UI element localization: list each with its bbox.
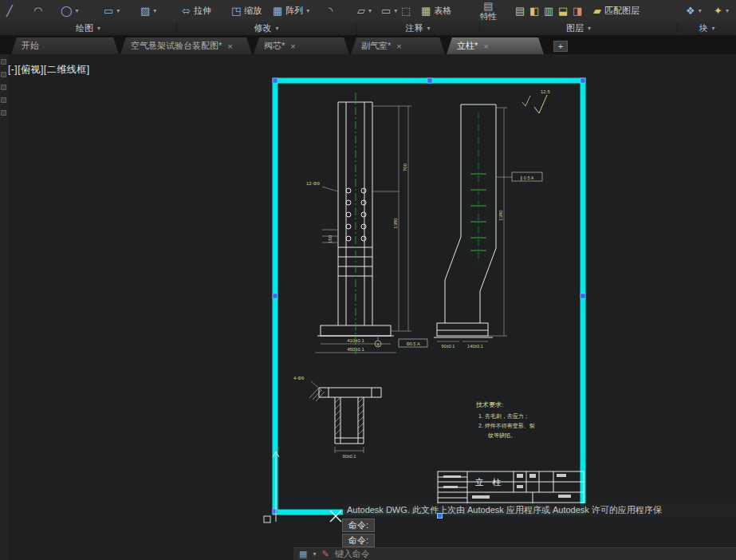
annotate-mini-button-1[interactable]: ▱▾	[357, 0, 372, 22]
tab-assembly[interactable]: 空气悬架试验台装配图*×	[120, 37, 252, 54]
close-icon[interactable]: ×	[290, 41, 295, 51]
fillet-icon: ◝	[329, 6, 333, 16]
chevron-down-icon: ▾	[394, 8, 397, 14]
panel-layers[interactable]: 图层▾	[480, 22, 678, 35]
create-block-icon: ✦	[714, 6, 722, 16]
close-icon[interactable]: ×	[227, 41, 232, 51]
annotate-mini-button-2[interactable]: ▭▾	[381, 0, 397, 22]
scale-button[interactable]: ◳缩放	[231, 0, 262, 22]
tab-start-label: 开始	[22, 40, 39, 52]
chevron-down-icon: ▾	[711, 26, 714, 32]
chevron-down-icon: ▾	[275, 26, 278, 32]
chevron-down-icon: ▾	[588, 26, 591, 32]
panel-annotate-label: 注释	[405, 22, 423, 34]
panel-block[interactable]: 块▾	[678, 22, 736, 35]
table-button[interactable]: ▦表格	[421, 0, 451, 22]
line-tool-button[interactable]: ╱	[6, 0, 13, 22]
array-label: 阵列	[285, 5, 303, 17]
tab-column-label: 立柱*	[457, 40, 478, 52]
layer-freeze-icon: ▥	[544, 6, 553, 16]
tab-column[interactable]: 立柱*×	[447, 37, 544, 54]
panel-draw[interactable]: 绘图▾	[0, 22, 177, 35]
block-tool-1[interactable]: ❖▾	[686, 0, 702, 22]
layer-tool-4[interactable]: ⬓	[558, 0, 568, 22]
tab-assembly-label: 空气悬架试验台装配图*	[131, 40, 222, 52]
panel-layers-label: 图层	[566, 22, 584, 34]
rectangle-icon: ▭	[104, 6, 113, 16]
circle-icon: ◯	[61, 6, 73, 16]
match-layer-label: 匹配图层	[604, 5, 640, 17]
properties-icon: ▤	[483, 1, 493, 11]
scale-icon: ◳	[231, 6, 241, 16]
layer-tool-5[interactable]: ◨	[573, 0, 582, 22]
dimension-tool-icon: ▭	[381, 6, 391, 16]
layer-tool-3[interactable]: ▥	[544, 0, 553, 22]
left-dock-strip	[0, 54, 8, 560]
tab-valve-core[interactable]: 阀芯*×	[254, 37, 349, 54]
chevron-down-icon: ▾	[116, 8, 120, 14]
dock-icon[interactable]	[1, 59, 6, 65]
chevron-down-icon: ▾	[699, 8, 702, 14]
pencil-icon: ✎	[321, 549, 329, 559]
hatch-icon: ▨	[140, 6, 150, 16]
close-icon[interactable]: ×	[483, 41, 488, 51]
line-icon: ╱	[6, 6, 13, 16]
text-tool-icon: ▱	[357, 6, 365, 16]
properties-label: 特性	[480, 11, 497, 22]
insert-block-icon: ❖	[686, 6, 695, 16]
tab-valve-core-label: 阀芯*	[264, 40, 285, 52]
leader-icon: ⬚	[401, 6, 411, 16]
chevron-down-icon: ▾	[97, 26, 100, 32]
scale-label: 缩放	[244, 5, 262, 17]
command-input[interactable]: 键入命令	[335, 548, 370, 560]
chevron-down-icon[interactable]: ▾	[313, 551, 316, 558]
table-label: 表格	[434, 5, 451, 17]
tab-aux-chamber[interactable]: 副气室*×	[351, 37, 445, 54]
array-icon: ▦	[273, 6, 282, 16]
layer-tool-2[interactable]: ◧	[529, 0, 539, 22]
layer-state-icon: ▤	[515, 6, 525, 16]
array-button[interactable]: ▦阵列▾	[273, 0, 309, 22]
layer-isolate-icon: ◧	[529, 6, 539, 16]
fillet-tool-button[interactable]: ◝	[329, 0, 333, 22]
ribbon: ╱ ◠ ◯▾ ▭▾ ▨▾ ⬄拉伸 ◳缩放 ▦阵列▾ ◝ ▱▾ ▭▾ ⬚ ▦表格 …	[0, 0, 736, 36]
dwg-trust-notice: Autodesk DWG. 此文件上次由 Autodesk 应用程序或 Auto…	[343, 503, 736, 517]
dock-icon[interactable]	[1, 85, 6, 90]
chevron-down-icon: ▾	[368, 8, 372, 14]
stretch-icon: ⬄	[182, 6, 191, 16]
viewport-controls[interactable]: [-][俯视][二维线框]	[8, 63, 90, 77]
dock-icon[interactable]	[1, 97, 6, 103]
close-icon[interactable]: ×	[396, 41, 401, 51]
circle-tool-button[interactable]: ◯▾	[61, 0, 79, 22]
tab-aux-chamber-label: 副气室*	[361, 40, 391, 52]
rectangle-tool-button[interactable]: ▭▾	[104, 0, 120, 22]
match-layer-icon: ▰	[593, 6, 601, 16]
hatch-tool-button[interactable]: ▨▾	[140, 0, 156, 22]
tab-start[interactable]: 开始	[11, 37, 119, 54]
dock-icon[interactable]	[1, 110, 6, 116]
command-dock: ▦ ▾ ✎ 键入命令	[293, 547, 736, 560]
selection-grip-bottom-mid[interactable]	[437, 513, 443, 519]
ribbon-panel-row: 绘图▾ 修改▾ 注释▾ 图层▾ 块▾	[0, 22, 736, 36]
chevron-down-icon: ▾	[427, 26, 430, 32]
panel-modify-label: 修改	[254, 22, 271, 34]
autocad-window: ╱ ◠ ◯▾ ▭▾ ▨▾ ⬄拉伸 ◳缩放 ▦阵列▾ ◝ ▱▾ ▭▾ ⬚ ▦表格 …	[0, 0, 736, 560]
arc-tool-button[interactable]: ◠	[33, 0, 42, 22]
leader-tool-button[interactable]: ⬚	[401, 0, 411, 22]
new-tab-button[interactable]: +	[553, 41, 568, 52]
match-layer-button[interactable]: ▰匹配图层	[593, 0, 640, 22]
customize-icon[interactable]: ▦	[299, 550, 307, 558]
layer-tool-1[interactable]: ▤	[515, 0, 525, 22]
command-prompt-line: 命令:	[342, 534, 375, 547]
model-space-canvas[interactable]	[0, 54, 736, 560]
block-tool-2[interactable]: ✦▾	[714, 0, 729, 22]
properties-button[interactable]: ▤特性	[480, 0, 497, 22]
panel-block-label: 块	[699, 22, 707, 34]
panel-modify[interactable]: 修改▾	[177, 22, 356, 35]
layer-lock-icon: ⬓	[558, 6, 568, 16]
panel-annotate[interactable]: 注释▾	[356, 22, 480, 35]
command-history-line: 命令:	[342, 519, 375, 532]
stretch-button[interactable]: ⬄拉伸	[182, 0, 211, 22]
chevron-down-icon: ▾	[306, 8, 309, 14]
dock-icon[interactable]	[1, 72, 6, 77]
